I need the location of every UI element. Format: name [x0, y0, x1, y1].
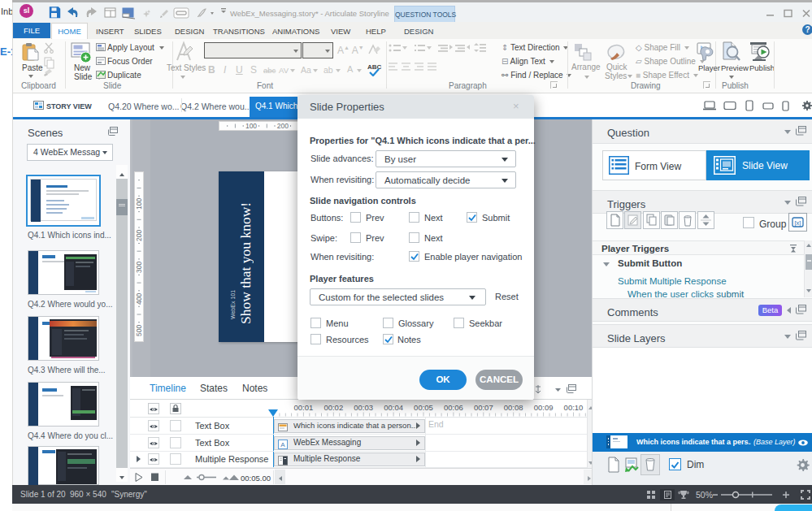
svg-text:00:07: 00:07 [474, 403, 493, 412]
svg-text:00:10: 00:10 [564, 403, 584, 412]
svg-text:00:05: 00:05 [414, 403, 433, 412]
svg-text:100: 100 [135, 198, 143, 210]
svg-text:200: 200 [277, 122, 289, 130]
svg-text:00:09: 00:09 [534, 403, 554, 412]
svg-text:A: A [280, 441, 285, 448]
svg-text:400: 400 [135, 293, 143, 305]
svg-text:00:08: 00:08 [504, 403, 523, 412]
svg-text:00:06: 00:06 [444, 403, 463, 412]
svg-text:00:02: 00:02 [323, 403, 343, 412]
svg-text:00:01: 00:01 [294, 403, 314, 412]
svg-text:200: 200 [135, 230, 143, 241]
svg-text:500: 500 [135, 325, 143, 336]
svg-text:[x]: [x] [795, 219, 801, 227]
svg-text:100: 100 [245, 122, 257, 130]
svg-text:300: 300 [135, 262, 143, 273]
svg-text:00:04: 00:04 [384, 403, 403, 412]
svg-text:00:03: 00:03 [354, 403, 373, 412]
